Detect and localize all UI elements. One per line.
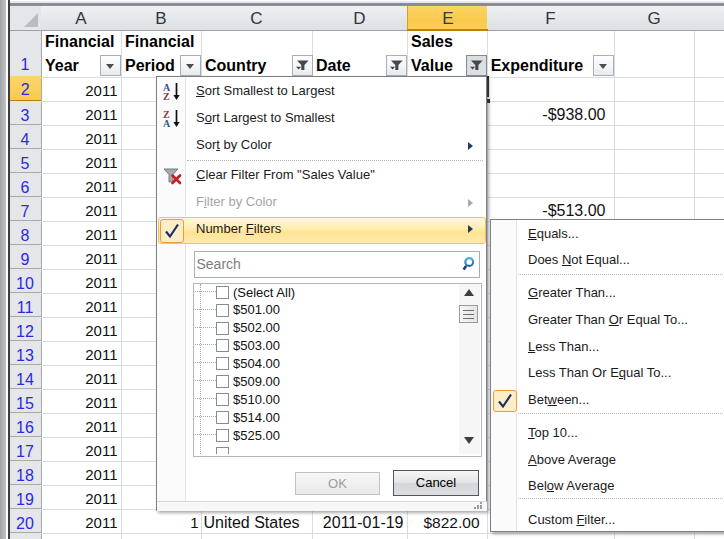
- svg-text:Z: Z: [163, 91, 170, 102]
- svg-text:A: A: [163, 118, 171, 129]
